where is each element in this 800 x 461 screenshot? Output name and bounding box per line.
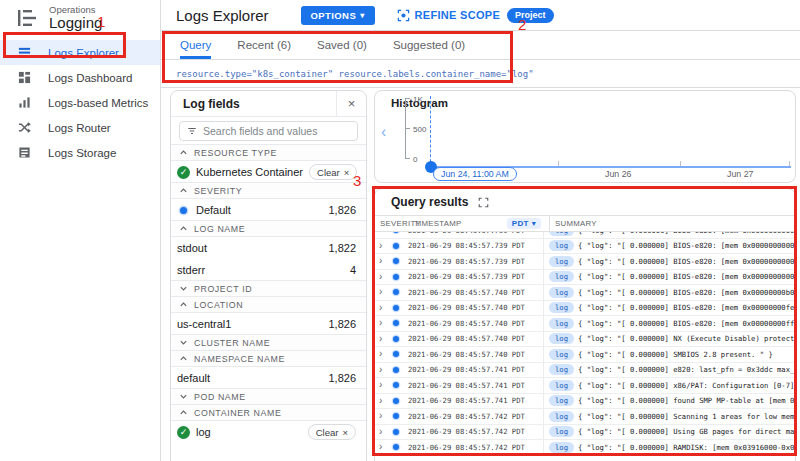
log-fields-section-container-name[interactable]: CONTAINER NAME: [171, 404, 366, 421]
log-fields-section-log-name[interactable]: LOG NAME: [171, 220, 366, 237]
log-fields-section-location[interactable]: LOCATION: [171, 296, 366, 313]
chevron-up-icon: [179, 224, 188, 233]
log-timestamp: 2021-06-29 08:45:57.742 PDT: [408, 427, 543, 436]
product-header: Operations Logging: [0, 0, 160, 36]
log-entry-row[interactable]: › 2021-06-29 08:45:57.742 PDT log { "log…: [375, 440, 795, 456]
log-entry-row[interactable]: › 2021-06-29 08:45:57.741 PDT log { "log…: [375, 378, 795, 394]
col-severity: SEVERITY: [375, 219, 414, 228]
chevron-left-icon[interactable]: ‹: [381, 123, 386, 141]
log-timestamp: 2021-06-29 08:45:57.740 PDT: [408, 334, 543, 343]
expand-row-icon[interactable]: ›: [379, 411, 388, 421]
log-timestamp: 2021-06-29 08:45:57.739 PDT: [408, 241, 543, 250]
severity-default-icon: [393, 320, 399, 326]
log-fields-value-log[interactable]: ✓ log Clear×: [171, 421, 366, 443]
options-button[interactable]: OPTIONS▾: [301, 6, 375, 25]
log-entry-row[interactable]: › 2021-06-29 08:45:57.741 PDT log { "log…: [375, 363, 795, 379]
log-summary: { "log": "[ 0.000000] BIOS-e820: [mem 0x…: [578, 303, 795, 312]
log-entry-row[interactable]: › 2021-06-29 08:45:57.742 PDT log { "log…: [375, 409, 795, 425]
log-badge: log: [549, 232, 574, 236]
log-entry-row[interactable]: › 2021-06-29 08:45:57.742 PDT log { "log…: [375, 425, 795, 441]
log-fields-value-default[interactable]: default 1,826 ×: [171, 367, 366, 389]
query-results-panel: Query results SEVERITY TIMESTAMP PDT▾ SU…: [374, 188, 796, 461]
log-fields-section-pod-name[interactable]: POD NAME: [171, 388, 366, 405]
refine-scope-button[interactable]: REFINE SCOPE: [397, 9, 501, 22]
close-icon[interactable]: ×: [336, 91, 366, 116]
router-icon: [18, 121, 31, 134]
log-badge: log: [549, 302, 574, 313]
sidebar-item-logs-based-metrics[interactable]: Logs-based Metrics: [0, 90, 160, 115]
log-fields-section-namespace-name[interactable]: NAMESPACE NAME: [171, 350, 366, 367]
query-input[interactable]: resource.type="k8s_container" resource.l…: [161, 60, 800, 87]
expand-row-icon[interactable]: ›: [379, 272, 388, 282]
y-tick: 0: [413, 155, 417, 164]
severity-default-icon: [393, 429, 399, 435]
expand-row-icon[interactable]: ›: [379, 349, 388, 359]
sidebar-item-logs-storage[interactable]: Logs Storage: [0, 140, 160, 165]
log-fields-panel: Log fields × RESOURCE TYPE ✓ Kubernetes …: [170, 90, 367, 461]
sidebar-item-logs-explorer[interactable]: Logs Explorer: [0, 40, 160, 65]
log-summary: { "log": "[ 0.000000] Using GB pages for…: [578, 427, 795, 436]
log-entry-row[interactable]: › 2021-06-29 08:45:57.739 PDT log { "log…: [375, 270, 795, 286]
timezone-selector[interactable]: PDT▾: [507, 218, 541, 229]
tab-saved-0[interactable]: Saved (0): [317, 31, 367, 59]
log-entry-row[interactable]: › 2021-06-29 08:45:57.740 PDT log { "log…: [375, 316, 795, 332]
log-fields-value-us-central1[interactable]: us-central1 1,826 ×: [171, 313, 366, 335]
log-summary: { "log": "[ 0.000000] Scanning 1 areas f…: [578, 412, 795, 421]
tab-suggested-0[interactable]: Suggested (0): [393, 31, 465, 59]
expand-row-icon[interactable]: ›: [379, 365, 388, 375]
expand-row-icon[interactable]: ›: [379, 287, 388, 297]
sidebar-item-logs-dashboard[interactable]: Logs Dashboard: [0, 65, 160, 90]
severity-default-icon: [393, 382, 399, 388]
expand-row-icon[interactable]: ›: [379, 241, 388, 251]
log-entry-row[interactable]: › 2021-06-29 08:45:57.741 PDT log { "log…: [375, 394, 795, 410]
log-badge: log: [549, 426, 574, 437]
clear-filter-button[interactable]: Clear×: [309, 164, 357, 180]
scope-project-badge[interactable]: Project: [507, 8, 554, 23]
log-entry-row[interactable]: › 2021-06-29 08:45:57.740 PDT log { "log…: [375, 332, 795, 348]
log-fields-section-resource-type[interactable]: RESOURCE TYPE: [171, 144, 366, 161]
chevron-down-icon: [179, 338, 188, 347]
log-summary: { "log": "[ 0.000000] NX (Execute Disabl…: [578, 334, 795, 343]
log-fields-value-kubernetes-container[interactable]: ✓ Kubernetes Container Clear×: [171, 161, 366, 183]
log-timestamp: 2021-06-29 08:45:57.740 PDT: [408, 350, 543, 359]
expand-row-icon[interactable]: ›: [379, 334, 388, 344]
expand-row-icon[interactable]: ›: [379, 427, 388, 437]
log-entry-row[interactable]: › 2021-06-29 08:45:57.740 PDT log { "log…: [375, 347, 795, 363]
tab-recent-6[interactable]: Recent (6): [237, 31, 291, 59]
log-entry-row[interactable]: › 2021-06-29 08:45:57.740 PDT log { "log…: [375, 285, 795, 301]
expand-row-icon[interactable]: ›: [379, 303, 388, 313]
sidebar-item-logs-router[interactable]: Logs Router: [0, 115, 160, 140]
query-builder: Query Recent (6) Saved (0) Suggested (0)…: [161, 31, 800, 88]
log-fields-value-stderr[interactable]: stderr 4 ×: [171, 259, 366, 281]
expand-row-icon[interactable]: ›: [379, 396, 388, 406]
x-axis-label: Jun 26: [605, 169, 631, 179]
log-entry-row[interactable]: › 2021-06-29 08:45:57.740 PDT log { "log…: [375, 301, 795, 317]
expand-row-icon[interactable]: ›: [379, 318, 388, 328]
expand-row-icon[interactable]: ›: [379, 232, 388, 235]
log-summary: { "log": "[ 0.000000] BIOS-e820: [mem 0x…: [578, 272, 795, 281]
log-fields-value-default[interactable]: Default 1,826 ×: [171, 199, 366, 221]
log-fields-section-project-id[interactable]: PROJECT ID: [171, 280, 366, 297]
clear-filter-button[interactable]: Clear×: [308, 424, 356, 440]
expand-row-icon[interactable]: ›: [379, 380, 388, 390]
log-entry-row[interactable]: › 2021-06-29 08:45:57.739 PDT log { "log…: [375, 254, 795, 270]
log-fields-section-severity[interactable]: SEVERITY: [171, 182, 366, 199]
chevron-down-icon: [179, 392, 188, 401]
log-summary: { "log": "[ 0.000000] e820: last_pfn = 0…: [578, 365, 795, 374]
expand-row-icon[interactable]: ›: [379, 442, 388, 452]
log-fields-section-cluster-name[interactable]: CLUSTER NAME: [171, 334, 366, 351]
severity-default-icon: [393, 258, 399, 264]
log-timestamp: 2021-06-29 08:45:57.739 PDT: [408, 257, 543, 266]
fullscreen-icon[interactable]: [478, 197, 489, 208]
expand-row-icon[interactable]: ›: [379, 256, 388, 266]
log-summary: { "log": "[ 0.000000] BIOS-e820: [mem 0x…: [578, 232, 795, 235]
log-fields-value-stdout[interactable]: stdout 1,822 ×: [171, 237, 366, 259]
search-input[interactable]: [203, 125, 343, 137]
chevron-up-icon: [179, 408, 188, 417]
time-marker-pill[interactable]: Jun 24, 11:00 AM: [433, 167, 517, 181]
log-entry-row[interactable]: › 2021-06-29 08:45:57.739 PDT log { "log…: [375, 239, 795, 255]
log-badge: log: [549, 395, 574, 406]
log-fields-search[interactable]: [179, 121, 358, 141]
tab-query[interactable]: Query: [180, 31, 211, 59]
col-summary: SUMMARY: [549, 216, 795, 231]
